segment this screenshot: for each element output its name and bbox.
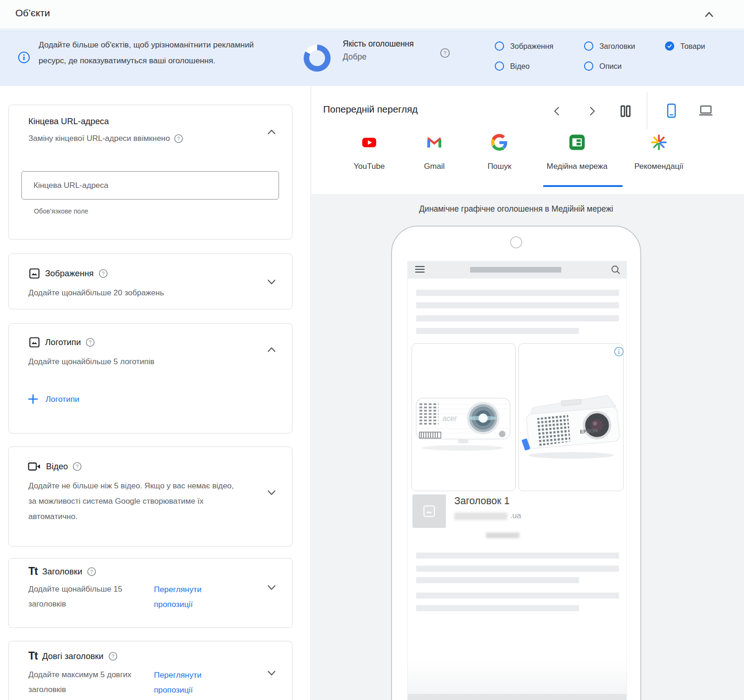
search-icon[interactable]: [611, 265, 621, 275]
option-headlines[interactable]: Заголовки: [584, 41, 635, 51]
info-banner: Додайте більше об'єктів, щоб урізноманіт…: [0, 29, 744, 86]
preview-stage: Динамічне графічне оголошення в Медійній…: [312, 194, 744, 700]
acer-brand-text: acer: [442, 414, 457, 422]
view-suggestions-link[interactable]: Переглянути пропозиції: [154, 582, 228, 612]
option-products[interactable]: Товари: [665, 41, 705, 51]
collapse-card-icon[interactable]: [265, 343, 278, 356]
split-view-icon[interactable]: [619, 105, 632, 118]
images-title: Зображення: [45, 268, 94, 279]
ad-domain-suffix: .ua: [510, 511, 521, 520]
blurred-text: [486, 533, 519, 538]
radio-icon: [495, 41, 504, 51]
long-headlines-card: Tt Довгі заголовки ? Додайте максимум 5 …: [8, 641, 292, 700]
desktop-preview-icon[interactable]: [698, 105, 711, 118]
info-icon: [18, 51, 30, 66]
plus-icon: [27, 393, 39, 405]
help-icon[interactable]: ?: [86, 338, 95, 347]
svg-text:?: ?: [89, 340, 92, 345]
ad-product-image-acer[interactable]: acer: [412, 343, 516, 491]
image-icon: [28, 267, 40, 280]
prev-arrow-icon[interactable]: [551, 105, 564, 118]
gmail-icon: [426, 134, 443, 151]
expand-card-icon[interactable]: [265, 667, 278, 680]
option-label: Зображення: [510, 42, 553, 51]
tab-display-network[interactable]: Медійна мережа: [535, 134, 619, 171]
final-url-input[interactable]: [21, 171, 279, 200]
ad-quality-value: Добре: [343, 50, 422, 63]
placeholder-line: [416, 302, 619, 308]
view-suggestions-link[interactable]: Переглянути пропозиції: [154, 667, 228, 697]
svg-text:?: ?: [102, 271, 105, 276]
ad-info-icon[interactable]: [614, 347, 624, 359]
option-descriptions[interactable]: Описи: [584, 61, 622, 71]
placeholder-line: [416, 328, 579, 334]
tab-label: Пошук: [458, 162, 541, 171]
image-icon: [28, 336, 40, 348]
tab-discover[interactable]: Рекомендації: [617, 134, 701, 171]
image-icon: [422, 504, 436, 518]
help-icon[interactable]: ?: [99, 269, 108, 278]
expand-card-icon[interactable]: [265, 275, 278, 288]
assets-header-bar: Об’єкти: [0, 0, 744, 29]
collapse-section-icon[interactable]: [702, 7, 716, 21]
long-headlines-title: Довгі заголовки: [42, 651, 104, 661]
tab-label: Рекомендації: [617, 162, 701, 171]
placeholder-line: [416, 605, 579, 611]
placeholder-footer-bar: [408, 694, 626, 700]
phone-screen: acer: [407, 261, 627, 700]
tab-label: Медійна мережа: [535, 162, 619, 171]
text-icon: Tt: [28, 650, 38, 662]
google-icon: [491, 134, 508, 151]
collapse-card-icon[interactable]: [265, 126, 278, 139]
placeholder-line: [416, 566, 619, 572]
phone-camera: [510, 236, 522, 248]
svg-text:?: ?: [178, 136, 180, 141]
checkmark-icon: [665, 41, 674, 51]
radio-icon: [584, 41, 593, 51]
mobile-preview-icon[interactable]: [664, 103, 678, 116]
svg-text:?: ?: [444, 50, 446, 56]
preview-caption: Динамічне графічне оголошення в Медійній…: [391, 204, 641, 214]
option-videos[interactable]: Відео: [495, 61, 530, 71]
menu-icon[interactable]: [415, 266, 425, 273]
final-url-subtitle: Заміну кінцевої URL-адреси ввімкнено ?: [28, 131, 183, 146]
videos-subtitle: Додайте не більше ніж 5 відео. Якщо у ва…: [28, 478, 235, 524]
option-images[interactable]: Зображення: [495, 41, 553, 51]
placeholder-line: [416, 290, 619, 296]
help-icon[interactable]: ?: [87, 567, 96, 576]
videos-title: Відео: [46, 461, 68, 472]
radio-icon: [495, 61, 504, 71]
add-logos-label: Логотипи: [46, 394, 80, 404]
display-network-icon: [569, 134, 585, 151]
help-icon[interactable]: ?: [440, 48, 450, 60]
expand-card-icon[interactable]: [265, 581, 278, 594]
help-icon[interactable]: ?: [174, 134, 183, 143]
divider: [647, 93, 647, 129]
video-icon: [27, 460, 41, 473]
placeholder-line: [416, 315, 619, 321]
add-logos-button[interactable]: Логотипи: [27, 393, 80, 405]
youtube-icon: [361, 134, 378, 151]
ad-product-image-epson[interactable]: EPSON: [518, 343, 624, 491]
headlines-card: Tt Заголовки ? Додайте щонайбільше 15 за…: [8, 558, 292, 628]
tab-search[interactable]: Пошук: [458, 134, 541, 171]
logos-subtitle: Додайте щонайбільше 5 логотипів: [28, 354, 154, 369]
final-url-title: Кінцева URL-адреса: [28, 116, 109, 127]
preview-panel: Попередній перегляд YouTube Gmail Пошук: [311, 86, 744, 700]
next-arrow-icon[interactable]: [585, 105, 598, 118]
content-fade: [408, 661, 626, 694]
phone-mockup: acer: [391, 226, 641, 700]
headlines-subtitle: Додайте щонайбільше 15 заголовків: [28, 582, 149, 612]
help-icon[interactable]: ?: [108, 652, 118, 661]
radio-icon: [584, 61, 593, 71]
option-label: Заголовки: [599, 42, 635, 51]
placeholder-line: [416, 553, 619, 559]
page-title: Об’єкти: [15, 7, 50, 19]
expand-card-icon[interactable]: [265, 486, 278, 499]
ad-quality-label: Якість оголошення: [343, 37, 422, 50]
required-field-hint: Обов’язкове поле: [34, 207, 88, 215]
ad-logo-placeholder: [412, 494, 446, 528]
help-icon[interactable]: ?: [73, 462, 82, 471]
banner-message: Додайте більше об'єктів, щоб урізноманіт…: [39, 37, 266, 68]
selected-tab-underline: [543, 185, 623, 187]
